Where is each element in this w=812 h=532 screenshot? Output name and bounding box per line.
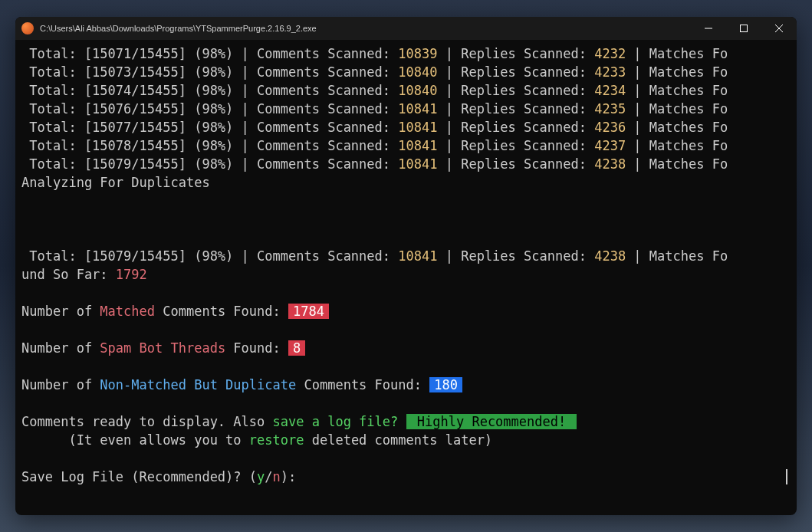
minimize-button[interactable] (691, 17, 726, 40)
scan-line: Total: [15079/15455] (98%) | Comments Sc… (21, 155, 791, 173)
nonmatched-line: Number of Non-Matched But Duplicate Comm… (21, 376, 791, 394)
window-controls (691, 17, 797, 40)
cursor (786, 469, 787, 484)
scan-line: Total: [15078/15455] (98%) | Comments Sc… (21, 136, 791, 155)
window-title: C:\Users\Ali Abbas\Downloads\Programs\YT… (40, 24, 691, 33)
titlebar[interactable]: C:\Users\Ali Abbas\Downloads\Programs\YT… (15, 17, 797, 40)
console-window: C:\Users\Ali Abbas\Downloads\Programs\YT… (15, 17, 797, 515)
close-button[interactable] (761, 17, 797, 40)
prompt-line-2: (It even allows you to restore deleted c… (21, 431, 791, 449)
save-prompt[interactable]: Save Log File (Recommended)? (y/n): (21, 468, 791, 486)
app-icon (21, 22, 34, 34)
prompt-line-1: Comments ready to display. Also save a l… (21, 412, 791, 431)
terminal-output[interactable]: Total: [15071/15455] (98%) | Comments Sc… (15, 40, 797, 515)
matched-line: Number of Matched Comments Found: 1784 (21, 302, 791, 320)
scan-line: Total: [15073/15455] (98%) | Comments Sc… (21, 63, 791, 81)
scan-line: Total: [15071/15455] (98%) | Comments Sc… (21, 44, 791, 63)
maximize-button[interactable] (726, 17, 761, 40)
svg-rect-1 (741, 25, 748, 32)
summary-line: Total: [15079/15455] (98%) | Comments Sc… (21, 247, 791, 265)
summary-wrap: und So Far: 1792 (21, 265, 791, 284)
spam-line: Number of Spam Bot Threads Found: 8 (21, 339, 791, 357)
scan-line: Total: [15074/15455] (98%) | Comments Sc… (21, 81, 791, 100)
scan-line: Total: [15076/15455] (98%) | Comments Sc… (21, 100, 791, 118)
scan-line: Total: [15077/15455] (98%) | Comments Sc… (21, 118, 791, 136)
analyzing-line: Analyzing For Duplicates (21, 173, 791, 192)
